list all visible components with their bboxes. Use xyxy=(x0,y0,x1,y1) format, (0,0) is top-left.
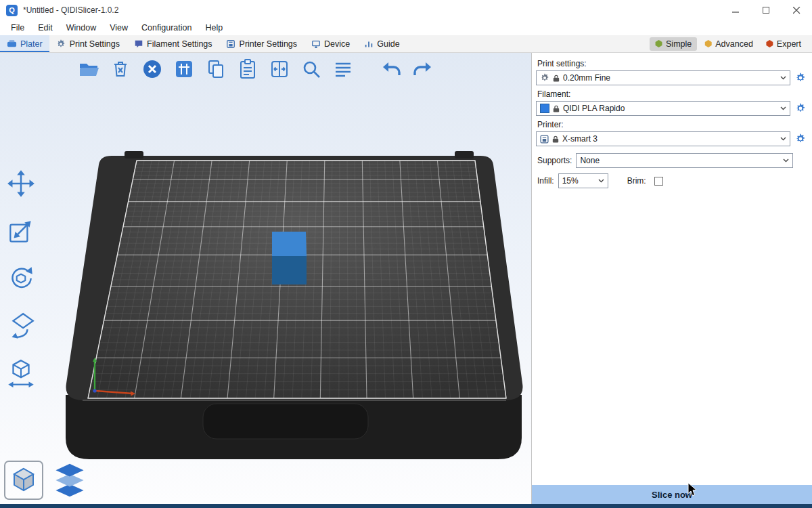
filament-combo[interactable]: QIDI PLA Rapido xyxy=(536,101,790,116)
tab-plater[interactable]: Plater xyxy=(0,35,49,52)
delete-icon xyxy=(110,58,131,80)
tab-filament-settings[interactable]: Filament Settings xyxy=(127,35,219,52)
close-button[interactable] xyxy=(782,0,812,20)
move-icon xyxy=(5,168,37,199)
gear-icon xyxy=(795,72,806,83)
3d-editor-view-button[interactable] xyxy=(4,461,43,500)
maximize-button[interactable] xyxy=(751,0,782,20)
3d-view-cube-icon xyxy=(9,465,39,495)
supports-combo[interactable]: None xyxy=(576,153,793,168)
supports-label: Supports: xyxy=(537,156,572,165)
window-controls xyxy=(721,0,812,20)
tab-label: Print Settings xyxy=(70,39,120,49)
model-cube[interactable] xyxy=(272,232,307,284)
infill-combo[interactable]: 15% xyxy=(558,173,608,188)
print-settings-value: 0.20mm Fine xyxy=(563,73,777,83)
expert-mode-icon xyxy=(766,40,773,47)
printer-label: Printer: xyxy=(537,120,808,129)
paste-button[interactable] xyxy=(235,56,261,82)
menu-configuration[interactable]: Configuration xyxy=(135,22,198,34)
menu-window[interactable]: Window xyxy=(60,22,103,34)
maximize-icon xyxy=(763,7,770,14)
copy-button[interactable] xyxy=(203,56,229,82)
gear-icon xyxy=(795,133,806,144)
mode-label: Simple xyxy=(666,39,692,49)
move-button[interactable] xyxy=(4,167,38,200)
printer-gear-button[interactable] xyxy=(793,131,808,146)
close-icon xyxy=(793,7,800,14)
mode-expert[interactable]: Expert xyxy=(761,37,807,51)
mode-simple[interactable]: Simple xyxy=(650,37,697,51)
paste-icon xyxy=(237,58,258,80)
tab-bar: Plater Print Settings Filament Settings … xyxy=(0,35,812,53)
printer-combo[interactable]: X-smart 3 xyxy=(536,131,790,146)
delete-button[interactable] xyxy=(108,56,133,82)
printer-bed xyxy=(66,151,523,459)
mode-advanced[interactable]: Advanced xyxy=(699,37,759,51)
menu-file[interactable]: File xyxy=(4,22,31,34)
search-icon xyxy=(300,58,322,80)
filament-value: QIDI PLA Rapido xyxy=(563,104,777,113)
print-settings-label: Print settings: xyxy=(537,59,808,68)
measure-icon xyxy=(5,358,37,389)
redo-icon xyxy=(412,58,434,80)
tab-printer-settings[interactable]: Printer Settings xyxy=(219,35,304,52)
variable-layer-height-button[interactable] xyxy=(267,56,292,82)
minimize-button[interactable] xyxy=(721,0,751,20)
lock-icon xyxy=(553,74,560,83)
tab-label: Guide xyxy=(377,39,399,49)
rotate-button[interactable] xyxy=(4,261,38,295)
redo-button[interactable] xyxy=(410,56,436,82)
measure-button[interactable] xyxy=(4,356,38,390)
search-button[interactable] xyxy=(298,56,324,82)
advanced-mode-icon xyxy=(704,40,712,47)
filament-label: Filament: xyxy=(537,89,808,99)
open-button[interactable] xyxy=(76,56,102,82)
brim-label: Brim: xyxy=(627,176,646,186)
viewport-3d[interactable] xyxy=(0,53,532,504)
place-on-face-button[interactable] xyxy=(4,309,38,343)
menu-edit[interactable]: Edit xyxy=(31,22,60,34)
filament-gear-button[interactable] xyxy=(793,101,808,116)
tab-device[interactable]: Device xyxy=(304,35,357,52)
menu-view[interactable]: View xyxy=(103,22,135,34)
print-settings-gear-button[interactable] xyxy=(793,70,808,85)
plater-icon xyxy=(7,39,17,49)
lock-icon xyxy=(552,135,559,144)
arrange-button[interactable] xyxy=(171,56,197,82)
menu-bar: File Edit Window View Configuration Help xyxy=(0,20,812,35)
layers-list-icon xyxy=(332,58,354,80)
settings-sidebar: Print settings: 0.20mm Fine Filament: xyxy=(532,53,812,504)
filament-color-swatch xyxy=(540,104,549,113)
brim-checkbox[interactable] xyxy=(654,177,663,186)
menu-help[interactable]: Help xyxy=(198,22,229,34)
tab-label: Plater xyxy=(20,39,43,49)
tab-label: Printer Settings xyxy=(240,39,297,49)
supports-value: None xyxy=(580,156,780,165)
rotate-icon xyxy=(5,263,37,294)
preview-layers-view-button[interactable] xyxy=(50,461,89,500)
variable-layer-height-icon xyxy=(269,58,290,80)
view-switch xyxy=(4,461,89,500)
slice-now-button[interactable]: Slice now xyxy=(532,485,812,504)
chevron-down-icon xyxy=(598,179,604,183)
layers-list-button[interactable] xyxy=(330,56,356,82)
undo-button[interactable] xyxy=(378,56,404,82)
mode-label: Advanced xyxy=(715,39,753,49)
mode-switcher: Simple Advanced Expert xyxy=(650,35,812,52)
filament-icon xyxy=(133,39,143,49)
plater-toolbar xyxy=(76,56,436,82)
tab-guide[interactable]: Guide xyxy=(357,35,406,52)
gizmo-toolbar xyxy=(4,167,38,390)
printer-icon xyxy=(540,135,549,144)
guide-icon xyxy=(363,39,374,49)
bed-3d-scene[interactable] xyxy=(0,53,531,504)
copy-icon xyxy=(205,58,227,80)
chevron-down-icon xyxy=(780,76,786,80)
scale-button[interactable] xyxy=(4,214,38,248)
delete-all-button[interactable] xyxy=(139,56,165,82)
tab-print-settings[interactable]: Print Settings xyxy=(49,35,127,52)
printer-icon xyxy=(226,39,236,49)
minimize-icon xyxy=(732,7,740,14)
print-settings-combo[interactable]: 0.20mm Fine xyxy=(536,70,790,85)
